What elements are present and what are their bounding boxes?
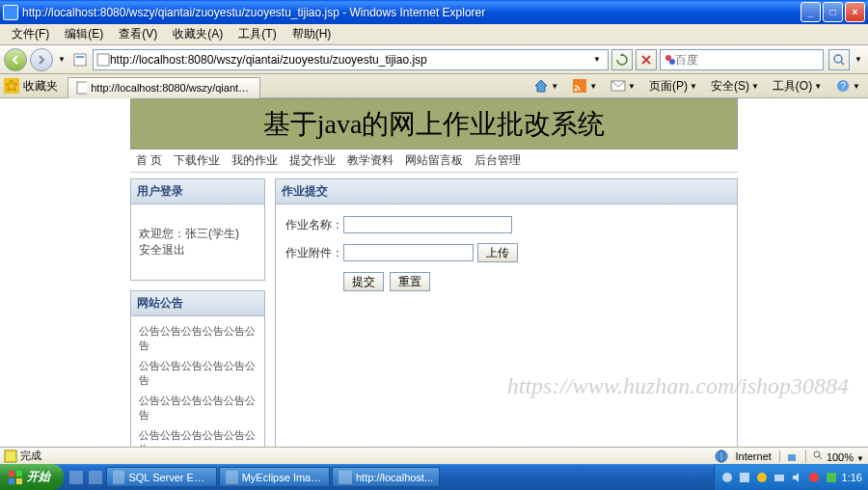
taskbar-item-myeclipse[interactable]: MyEclipse Image... — [219, 467, 330, 487]
menu-file[interactable]: 文件(F) — [4, 24, 57, 44]
ie-icon — [3, 5, 18, 20]
site-banner: 基于java的网上作业批改系统 — [130, 98, 738, 150]
upload-button[interactable]: 上传 — [477, 243, 518, 262]
notice-panel: 网站公告 公告公告公告公告公告公告 公告公告公告公告公告公告 公告公告公告公告公… — [130, 290, 265, 449]
svg-rect-7 — [77, 82, 87, 94]
nav-board[interactable]: 网站留言板 — [405, 152, 463, 169]
tray-icon[interactable] — [807, 471, 821, 484]
menu-bar: 文件(F) 编辑(E) 查看(V) 收藏夹(A) 工具(T) 帮助(H) — [0, 24, 868, 45]
svg-rect-1 — [76, 56, 84, 58]
nav-my[interactable]: 我的作业 — [231, 152, 278, 169]
reset-button[interactable]: 重置 — [390, 272, 430, 291]
file-label: 作业附件： — [284, 245, 343, 261]
system-tray: 1:16 — [714, 464, 868, 490]
nav-home[interactable]: 首 页 — [136, 152, 162, 169]
safety-menu[interactable]: 安全(S) ▼ — [707, 76, 763, 96]
nav-submit[interactable]: 提交作业 — [289, 152, 336, 169]
menu-edit[interactable]: 编辑(E) — [57, 24, 111, 44]
status-bar: 完成 Internet 100% ▼ — [0, 447, 868, 464]
nav-admin[interactable]: 后台管理 — [475, 152, 521, 169]
forward-button[interactable] — [30, 48, 53, 71]
notice-item[interactable]: 公告公告公告公告公告公告 — [139, 359, 257, 388]
search-button[interactable] — [828, 49, 850, 70]
menu-tools[interactable]: 工具(T) — [231, 24, 284, 44]
form-header: 作业提交 — [276, 179, 737, 204]
favorites-label[interactable]: 收藏夹 — [23, 78, 58, 95]
tab-title: http://localhost:8080/wszy/qiantai/zuoye… — [91, 82, 252, 94]
nav-material[interactable]: 教学资料 — [347, 152, 393, 169]
navigation-bar: ▼ ▼ ▼ — [0, 45, 868, 74]
logout-link[interactable]: 安全退出 — [139, 243, 185, 257]
site-navigation: 首 页 下载作业 我的作业 提交作业 教学资料 网站留言板 后台管理 — [130, 150, 738, 173]
url-input[interactable] — [110, 53, 589, 67]
quicklaunch-item[interactable] — [87, 467, 104, 487]
address-bar[interactable]: ▼ — [93, 49, 609, 70]
window-title: http://localhost:8080/wszy/qiantai/zuoye… — [22, 6, 800, 19]
feeds-icon — [572, 78, 587, 94]
nav-download[interactable]: 下载作业 — [174, 152, 220, 169]
favorites-star-icon[interactable] — [4, 78, 19, 94]
address-dropdown[interactable]: ▼ — [589, 55, 605, 64]
submit-form-panel: 作业提交 作业名称： 作业附件： 上传 提交 重 — [275, 178, 738, 449]
nav-history-dropdown[interactable]: ▼ — [56, 55, 68, 64]
homework-name-input[interactable] — [343, 216, 512, 233]
maximize-button[interactable]: □ — [823, 2, 843, 22]
stop-button[interactable] — [636, 49, 657, 70]
search-input[interactable] — [675, 53, 820, 67]
tray-icon[interactable] — [773, 471, 786, 484]
mail-icon — [610, 78, 626, 94]
start-button[interactable]: 开始 — [0, 464, 64, 490]
svg-rect-19 — [9, 471, 14, 476]
home-icon — [533, 78, 549, 94]
tools-menu[interactable]: 工具(O) ▼ — [769, 76, 826, 96]
volume-icon[interactable] — [790, 471, 803, 484]
window-titlebar: http://localhost:8080/wszy/qiantai/zuoye… — [0, 0, 868, 24]
quicklaunch-item[interactable] — [68, 467, 85, 487]
page-menu[interactable]: 页面(P) ▼ — [645, 76, 701, 96]
notice-item[interactable]: 公告公告公告公告公告公告 — [139, 324, 257, 353]
sidebar: 用户登录 欢迎您：张三(学生) 安全退出 网站公告 公告公告公告公告公告公告 公… — [130, 178, 265, 449]
homework-file-input[interactable] — [343, 244, 474, 261]
window-controls: _ □ × — [800, 2, 865, 22]
svg-text:?: ? — [840, 81, 846, 92]
svg-point-5 — [834, 55, 842, 63]
feeds-button[interactable]: ▼ — [568, 76, 601, 95]
svg-point-9 — [575, 89, 578, 92]
mail-button[interactable]: ▼ — [607, 76, 639, 95]
welcome-text: 欢迎您：张三(学生) — [139, 227, 239, 240]
taskbar-item-sqlserver[interactable]: SQL Server Enter... — [106, 467, 217, 487]
svg-rect-2 — [97, 54, 109, 66]
back-button[interactable] — [4, 48, 27, 71]
search-provider-icon — [664, 53, 675, 67]
menu-help[interactable]: 帮助(H) — [285, 24, 339, 44]
clock[interactable]: 1:16 — [842, 472, 862, 483]
status-text: 完成 — [20, 449, 41, 463]
zoom-level[interactable]: 100% ▼ — [805, 449, 864, 463]
windows-logo-icon — [8, 470, 23, 485]
svg-rect-22 — [16, 478, 22, 484]
menu-view[interactable]: 查看(V) — [111, 24, 165, 44]
close-button[interactable]: × — [845, 2, 865, 22]
taskbar-item-ie[interactable]: http://localhost... — [332, 467, 440, 487]
minimize-button[interactable]: _ — [800, 2, 821, 22]
svg-rect-13 — [5, 450, 16, 462]
help-button[interactable]: ? ▼ — [831, 76, 864, 95]
tray-icon[interactable] — [825, 471, 838, 484]
notice-item[interactable]: 公告公告公告公告公告公告 — [139, 394, 257, 422]
search-dropdown[interactable]: ▼ — [853, 55, 864, 64]
refresh-button[interactable] — [611, 49, 633, 70]
tray-icon[interactable] — [755, 471, 769, 484]
submit-button[interactable]: 提交 — [343, 272, 384, 291]
browser-tab[interactable]: http://localhost:8080/wszy/qiantai/zuoye… — [68, 77, 260, 98]
svg-rect-0 — [74, 54, 86, 66]
menu-favorites[interactable]: 收藏夹(A) — [165, 24, 231, 44]
tray-icon[interactable] — [738, 471, 751, 484]
svg-rect-21 — [9, 478, 14, 484]
svg-line-18 — [819, 456, 822, 459]
tray-icon[interactable] — [720, 471, 734, 484]
main-area: 作业提交 作业名称： 作业附件： 上传 提交 重 — [275, 178, 738, 449]
search-bar[interactable] — [660, 49, 824, 70]
notice-header: 网站公告 — [131, 291, 264, 316]
home-button[interactable]: ▼ — [529, 76, 562, 95]
help-icon: ? — [835, 78, 851, 94]
